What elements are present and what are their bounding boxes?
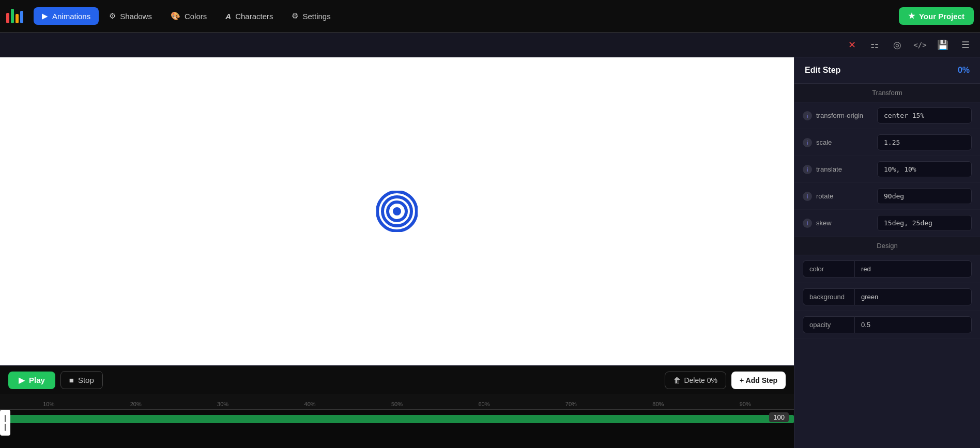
top-nav: ▶ Animations ⚙ Shadows 🎨 Colors A Charac… — [0, 0, 980, 33]
menu-icon[interactable]: ☰ — [957, 37, 974, 53]
logo-bars — [6, 9, 23, 23]
play-button[interactable]: ▶ Play — [8, 372, 55, 389]
canvas-viewport — [0, 57, 794, 365]
ruler-mark-10: 10% — [43, 401, 54, 407]
logo-bar-1 — [6, 13, 9, 23]
rotate-value[interactable]: 90deg — [877, 188, 972, 204]
logo-bar-4 — [20, 11, 23, 23]
rotate-info-icon[interactable]: i — [803, 192, 812, 201]
logo-bar-3 — [16, 14, 19, 23]
characters-icon: A — [225, 12, 231, 21]
trash-icon: 🗑 — [673, 376, 681, 384]
ruler-mark-80: 80% — [652, 401, 664, 407]
skew-label: skew — [816, 219, 873, 227]
opacity-row: opacity 0.5 — [794, 311, 980, 339]
scale-value[interactable]: 1.25 — [877, 134, 972, 150]
settings-icon: ⚙ — [292, 11, 298, 21]
settings-label: Settings — [302, 12, 330, 21]
nav-settings[interactable]: ⚙ Settings — [283, 7, 339, 25]
skew-info-icon[interactable]: i — [803, 219, 812, 228]
scale-row: i scale 1.25 — [794, 129, 980, 156]
opacity-value[interactable]: 0.5 — [854, 316, 972, 333]
your-project-button[interactable]: ★ Your Project — [899, 7, 974, 25]
animations-label: Animations — [52, 12, 90, 21]
transform-origin-info-icon[interactable]: i — [803, 111, 812, 120]
stop-label: Stop — [78, 376, 94, 384]
ruler-mark-60: 60% — [478, 401, 489, 407]
color-row: color red — [794, 255, 980, 283]
timeline-position: 100 — [769, 412, 789, 422]
scale-info-icon[interactable]: i — [803, 138, 812, 147]
transform-origin-row: i transform-origin center 15% — [794, 102, 980, 129]
right-panel: Edit Step 0% Transform i transform-origi… — [794, 57, 980, 448]
nav-colors[interactable]: 🎨 Colors — [162, 7, 215, 25]
background-value[interactable]: green — [854, 288, 972, 305]
timeline-bar — [0, 415, 794, 423]
color-value[interactable]: red — [854, 260, 972, 277]
ruler-mark-40: 40% — [304, 401, 316, 407]
shadows-icon: ⚙ — [109, 11, 116, 21]
code-icon[interactable]: </> — [912, 37, 928, 53]
target-animation — [376, 191, 418, 232]
delete-button[interactable]: 🗑 Delete 0% — [665, 372, 726, 389]
color-label: color — [803, 260, 854, 277]
timeline-track: 10% 20% 30% 40% 50% 60% 70% 80% 90% — [0, 394, 794, 448]
transform-origin-value[interactable]: center 15% — [877, 107, 972, 123]
transform-section-label: Transform — [794, 84, 980, 102]
design-section-label: Design — [794, 237, 980, 255]
save-icon[interactable]: 💾 — [935, 37, 951, 53]
panel-header: Edit Step 0% — [794, 57, 980, 84]
ruler-mark-90: 90% — [740, 401, 751, 407]
toolbar: ✕ ⚏ ◎ </> 💾 ☰ — [0, 33, 980, 57]
stop-button[interactable]: ■ Stop — [60, 371, 103, 389]
ruler-mark-70: 70% — [565, 401, 577, 407]
handle-line-1 — [5, 415, 6, 422]
timeline-controls: ▶ Play ■ Stop 🗑 Delete 0% + Add Step — [0, 366, 794, 394]
characters-label: Characters — [235, 12, 273, 21]
translate-label: translate — [816, 165, 873, 173]
background-row: background green — [794, 283, 980, 311]
ruler-mark-30: 30% — [217, 401, 228, 407]
svg-point-3 — [393, 207, 401, 215]
timeline-bar-area: 100 — [0, 410, 794, 441]
main-area: ▶ Play ■ Stop 🗑 Delete 0% + Add Step — [0, 57, 980, 448]
colors-icon: 🎨 — [171, 11, 180, 21]
play-icon: ▶ — [19, 376, 25, 385]
sliders-icon[interactable]: ⚏ — [866, 37, 883, 53]
canvas-area: ▶ Play ■ Stop 🗑 Delete 0% + Add Step — [0, 57, 794, 448]
delete-label: Delete 0% — [684, 376, 717, 384]
shadows-label: Shadows — [120, 12, 152, 21]
skew-row: i skew 15deg, 25deg — [794, 210, 980, 237]
position-label: 100 — [773, 413, 785, 421]
target-icon[interactable]: ◎ — [889, 37, 906, 53]
panel-title: Edit Step — [805, 66, 840, 75]
ruler-mark-20: 20% — [130, 401, 142, 407]
panel-percent: 0% — [958, 66, 970, 75]
timeline-handle[interactable] — [0, 410, 10, 436]
scale-label: scale — [816, 138, 873, 146]
nav-shadows[interactable]: ⚙ Shadows — [101, 7, 160, 25]
play-label: Play — [29, 376, 45, 384]
translate-row: i translate 10%, 10% — [794, 156, 980, 183]
colors-label: Colors — [185, 12, 207, 21]
timeline-ruler: 10% 20% 30% 40% 50% 60% 70% 80% 90% — [0, 394, 794, 410]
opacity-label: opacity — [803, 316, 854, 333]
close-button[interactable]: ✕ — [844, 37, 860, 53]
rotate-row: i rotate 90deg — [794, 183, 980, 210]
nav-characters[interactable]: A Characters — [217, 8, 281, 25]
ruler-marks: 10% 20% 30% 40% 50% 60% 70% 80% 90% — [0, 401, 794, 407]
stop-icon: ■ — [69, 376, 74, 384]
logo-bar-2 — [11, 9, 14, 23]
translate-info-icon[interactable]: i — [803, 165, 812, 174]
your-project-label: Your Project — [919, 12, 964, 21]
timeline-actions: 🗑 Delete 0% + Add Step — [665, 372, 786, 389]
timeline-area: ▶ Play ■ Stop 🗑 Delete 0% + Add Step — [0, 365, 794, 448]
add-step-button[interactable]: + Add Step — [731, 372, 786, 389]
skew-value[interactable]: 15deg, 25deg — [877, 215, 972, 231]
star-icon: ★ — [908, 11, 915, 21]
transform-origin-label: transform-origin — [816, 112, 873, 119]
translate-value[interactable]: 10%, 10% — [877, 161, 972, 177]
nav-animations[interactable]: ▶ Animations — [34, 7, 99, 25]
background-label: background — [803, 288, 854, 305]
add-step-label: + Add Step — [740, 376, 777, 384]
